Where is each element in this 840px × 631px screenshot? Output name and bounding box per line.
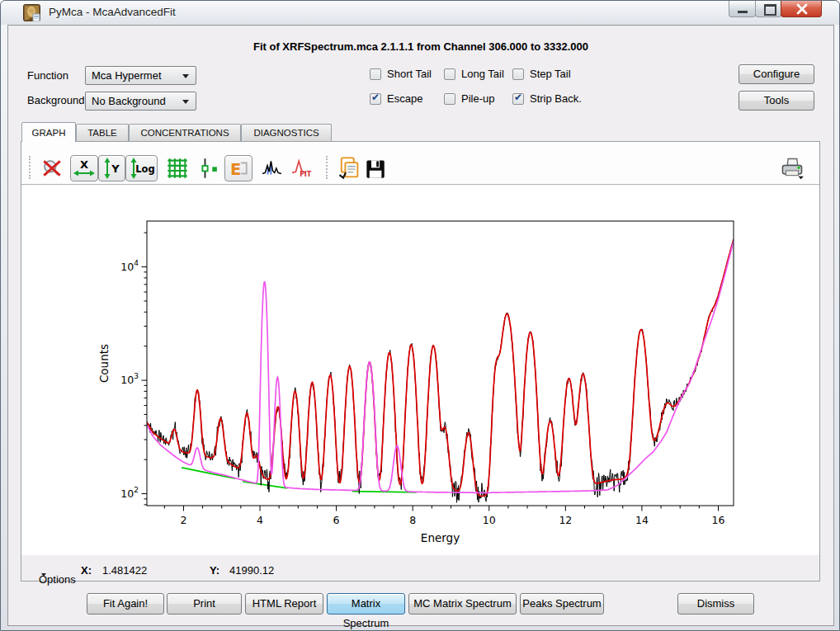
checkbox-short-tail[interactable]: Short Tail xyxy=(370,68,432,80)
energy-icon: E xyxy=(228,158,249,179)
print-button[interactable] xyxy=(777,155,807,181)
toggle-points-button[interactable] xyxy=(195,155,221,181)
maximize-icon xyxy=(764,4,776,16)
svg-text:12: 12 xyxy=(559,514,572,526)
configure-button[interactable]: Configure xyxy=(739,64,814,84)
y-autoscale-button[interactable]: Y xyxy=(98,155,125,181)
checkbox-box xyxy=(370,68,381,80)
plot-statusbar: Options X: 1.481422 Y: 41990.12 xyxy=(21,555,819,581)
background-value: No Background xyxy=(92,95,166,107)
fit-icon: FIT xyxy=(290,158,314,179)
svg-text:Log: Log xyxy=(135,163,154,175)
chevron-down-icon xyxy=(41,573,46,577)
html-report-button[interactable]: HTML Report xyxy=(245,593,323,615)
grid-icon xyxy=(166,157,189,180)
minimize-button[interactable] xyxy=(729,1,756,17)
tab-concentrations[interactable]: CONCENTRATIONS xyxy=(129,124,241,141)
tab-graph[interactable]: GRAPH xyxy=(21,122,76,142)
fit-button[interactable]: FIT xyxy=(287,155,317,181)
cursor-y-value: 41990.12 xyxy=(229,564,274,577)
svg-text:14: 14 xyxy=(635,514,649,526)
tools-button[interactable]: Tools xyxy=(739,91,814,111)
close-button[interactable] xyxy=(781,1,822,17)
titlebar[interactable]: PyMca - McaAdvancedFit xyxy=(1,1,839,25)
zoom-reset-icon xyxy=(41,158,63,179)
pymca-app-icon xyxy=(23,4,40,21)
y-axis-label: Counts xyxy=(97,344,111,383)
spectrum-plot[interactable]: 246810121416102103104EnergyCounts xyxy=(21,185,819,555)
checkbox-box xyxy=(370,93,381,105)
peaks-button[interactable] xyxy=(258,155,286,181)
matrix-spectrum-button[interactable]: Matrix Spectrum xyxy=(327,593,405,615)
print-icon xyxy=(780,156,805,181)
svg-text:6: 6 xyxy=(333,514,340,526)
cursor-x-value: 1.481422 xyxy=(102,564,147,577)
zoom-reset-button[interactable] xyxy=(40,155,64,181)
checkbox-box xyxy=(444,93,455,105)
print-report-button[interactable]: Print xyxy=(167,593,242,615)
fit-title: Fit of XRFSpectrum.mca 2.1.1.1 from Chan… xyxy=(9,40,833,53)
checkbox-step-tail[interactable]: Step Tail xyxy=(512,68,571,80)
grid-button[interactable] xyxy=(164,155,191,181)
checkbox-long-tail[interactable]: Long Tail xyxy=(444,68,504,80)
energy-selection-button[interactable]: E xyxy=(224,155,252,181)
function-label: Function xyxy=(27,69,68,82)
toolbar-handle[interactable] xyxy=(29,156,33,179)
log-scale-button[interactable]: Log xyxy=(125,155,158,181)
copy-button[interactable] xyxy=(334,155,364,181)
tab-table[interactable]: TABLE xyxy=(76,124,129,141)
plot-canvas[interactable]: 246810121416102103104EnergyCounts xyxy=(21,185,819,555)
chevron-down-icon xyxy=(182,100,189,104)
minimize-icon xyxy=(738,11,748,13)
dismiss-button[interactable]: Dismiss xyxy=(677,593,754,615)
fit-again-button[interactable]: Fit Again! xyxy=(87,593,164,615)
peaks-spectrum-button[interactable]: Peaks Spectrum xyxy=(520,593,604,615)
svg-text:10: 10 xyxy=(483,514,496,526)
x-axis-label: Energy xyxy=(421,531,460,544)
svg-text:Y: Y xyxy=(111,162,120,175)
save-icon xyxy=(364,158,386,180)
mc-matrix-spectrum-button[interactable]: MC Matrix Spectrum xyxy=(408,593,517,615)
checkbox-strip-back[interactable]: Strip Back. xyxy=(512,92,582,105)
y-autoscale-icon: Y xyxy=(101,157,123,180)
svg-text:FIT: FIT xyxy=(300,170,312,178)
toggle-points-icon xyxy=(196,157,219,180)
pymca-window: PyMca - McaAdvancedFit Fit of XRFSpectru… xyxy=(0,0,840,631)
background-select[interactable]: No Background xyxy=(85,92,196,111)
svg-text:E: E xyxy=(230,160,241,179)
peaks-icon xyxy=(261,158,284,179)
svg-text:102: 102 xyxy=(120,486,139,500)
window-title: PyMca - McaAdvancedFit xyxy=(49,6,176,18)
svg-text:4: 4 xyxy=(257,514,263,526)
toolbar-handle[interactable] xyxy=(326,156,330,179)
x-autoscale-button[interactable]: X xyxy=(70,155,98,181)
checkbox-escape[interactable]: Escape xyxy=(370,92,422,105)
maximize-button[interactable] xyxy=(755,1,781,17)
checkbox-box xyxy=(512,93,524,105)
copy-to-clipboard-icon xyxy=(337,156,361,181)
background-label: Background xyxy=(27,94,84,106)
function-value: Mca Hypermet xyxy=(92,69,162,82)
close-icon xyxy=(781,1,823,17)
x-autoscale-icon: X xyxy=(73,158,96,179)
chevron-down-icon xyxy=(182,74,189,78)
svg-text:8: 8 xyxy=(409,514,416,526)
checkbox-box xyxy=(512,68,524,80)
checkbox-box xyxy=(444,68,455,80)
log-scale-icon: Log xyxy=(128,157,155,180)
svg-text:2: 2 xyxy=(180,514,186,526)
save-button[interactable] xyxy=(361,155,388,181)
function-select[interactable]: Mca Hypermet xyxy=(85,66,196,85)
svg-text:X: X xyxy=(80,158,88,171)
tab-diagnostics[interactable]: DIAGNOSTICS xyxy=(241,124,332,141)
svg-text:16: 16 xyxy=(712,514,725,526)
svg-text:104: 104 xyxy=(120,259,139,273)
checkbox-pileup[interactable]: Pile-up xyxy=(444,92,494,105)
cursor-x-label: X: xyxy=(81,564,92,577)
cursor-y-label: Y: xyxy=(210,564,219,577)
svg-text:103: 103 xyxy=(120,372,139,386)
